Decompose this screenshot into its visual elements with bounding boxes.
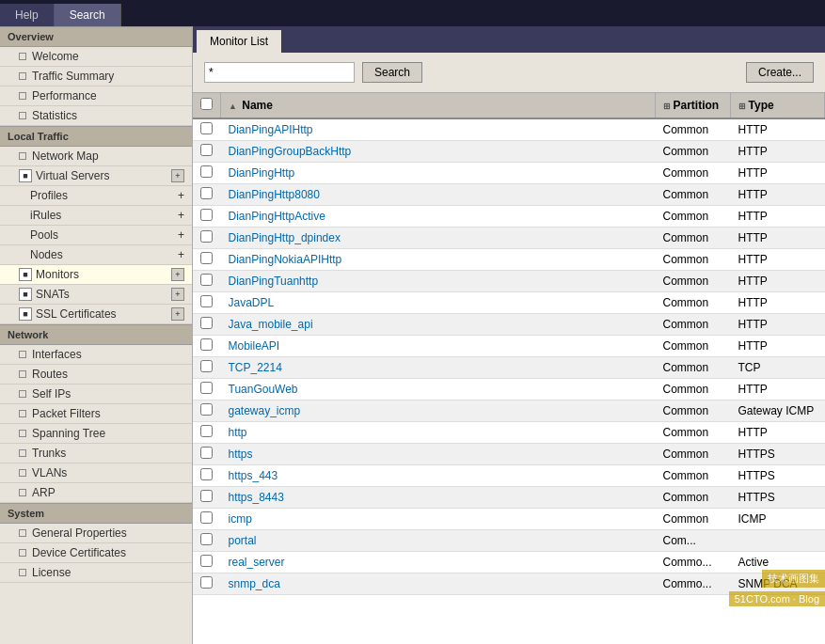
row-checkbox[interactable] (200, 447, 213, 459)
row-checkbox[interactable] (200, 490, 213, 502)
add-irules-button[interactable]: + (178, 209, 184, 222)
row-name-link[interactable]: TuanGouWeb (229, 383, 298, 396)
row-name-link[interactable]: https_8443 (229, 491, 284, 504)
row-checkbox[interactable] (200, 576, 213, 589)
row-checkbox[interactable] (200, 122, 213, 134)
expand-icon[interactable]: ■ (19, 268, 32, 281)
row-type-cell: HTTPS (731, 444, 825, 465)
expand-icon[interactable]: ■ (19, 288, 32, 301)
header-partition[interactable]: ⊞ Partition (656, 93, 731, 118)
sidebar-item-spanning-tree[interactable]: Spanning Tree (0, 424, 192, 444)
sidebar-item-virtual-servers[interactable]: ■ Virtual Servers + (0, 166, 192, 186)
row-name-link[interactable]: DianPingAPIHttp (229, 123, 313, 136)
row-checkbox[interactable] (200, 209, 213, 221)
sidebar-item-trunks[interactable]: Trunks (0, 444, 192, 463)
row-checkbox[interactable] (200, 144, 213, 156)
sidebar-item-general-properties[interactable]: General Properties (0, 524, 192, 543)
add-monitors-button[interactable]: + (171, 268, 184, 281)
sidebar-item-arp[interactable]: ARP (0, 483, 192, 503)
row-checkbox[interactable] (200, 382, 213, 394)
sidebar-item-pools[interactable]: Pools + (0, 226, 192, 245)
row-name-link[interactable]: DianPingNokiaAPIHttp (229, 253, 342, 266)
row-name-link[interactable]: DianPingHttp (229, 166, 295, 180)
sidebar-item-statistics[interactable]: Statistics (0, 106, 192, 126)
content-tab-bar: Monitor List (193, 26, 825, 53)
row-partition-cell: Common (656, 184, 731, 206)
tab-search[interactable]: Search (55, 4, 121, 26)
add-snats-button[interactable]: + (171, 288, 184, 301)
row-checkbox[interactable] (200, 360, 213, 372)
row-checkbox[interactable] (200, 252, 213, 264)
row-checkbox[interactable] (200, 338, 213, 351)
expand-icon[interactable]: ■ (19, 307, 32, 321)
sidebar-item-license[interactable]: License (0, 563, 192, 583)
sidebar-item-interfaces[interactable]: Interfaces (0, 345, 192, 365)
sidebar-item-welcome[interactable]: Welcome (0, 47, 192, 67)
expand-icon[interactable]: ■ (19, 169, 32, 182)
row-checkbox[interactable] (200, 274, 213, 286)
row-name-link[interactable]: real_server (229, 556, 285, 569)
dot-icon (19, 430, 26, 437)
row-name-link[interactable]: gateway_icmp (229, 404, 301, 417)
row-name-link[interactable]: JavaDPL (229, 296, 275, 309)
sidebar-item-snats[interactable]: ■ SNATs + (0, 285, 192, 305)
dot-icon (19, 152, 26, 160)
row-checkbox[interactable] (200, 468, 213, 480)
row-name-link[interactable]: DianPingHttp8080 (229, 188, 320, 201)
row-name-cell: gateway_icmp (221, 401, 656, 422)
row-checkbox[interactable] (200, 403, 213, 416)
row-name-link[interactable]: DianPingGroupBackHttp (229, 145, 352, 158)
row-checkbox[interactable] (200, 187, 213, 199)
row-checkbox[interactable] (200, 230, 213, 243)
row-name-link[interactable]: icmp (229, 512, 252, 526)
row-name-link[interactable]: portal (229, 534, 257, 547)
add-nodes-button[interactable]: + (178, 248, 184, 261)
create-button[interactable]: Create... (746, 62, 814, 83)
row-checkbox[interactable] (200, 317, 213, 329)
row-name-link[interactable]: DianPingHttpActive (229, 210, 325, 223)
row-name-link[interactable]: https (229, 448, 253, 461)
row-checkbox[interactable] (200, 555, 213, 567)
sidebar-item-routes[interactable]: Routes (0, 365, 192, 385)
row-name-link[interactable]: MobileAPI (229, 339, 280, 353)
select-all-checkbox[interactable] (200, 98, 213, 110)
search-button[interactable]: Search (362, 62, 422, 83)
search-input[interactable] (204, 62, 355, 83)
sidebar-item-performance[interactable]: Performance (0, 86, 192, 106)
row-checkbox[interactable] (200, 165, 213, 178)
row-checkbox[interactable] (200, 533, 213, 545)
row-name-link[interactable]: DianPingTuanhttp (229, 275, 319, 288)
sidebar-item-vlans[interactable]: VLANs (0, 463, 192, 483)
sidebar-item-ssl-certificates[interactable]: ■ SSL Certificates + (0, 305, 192, 324)
tab-help[interactable]: Help (0, 4, 55, 26)
tab-monitor-list[interactable]: Monitor List (197, 30, 282, 53)
row-name-link[interactable]: http (229, 426, 247, 439)
sidebar-item-traffic-summary[interactable]: Traffic Summary (0, 67, 192, 86)
sidebar-item-network-map[interactable]: Network Map (0, 147, 192, 166)
row-type-cell: HTTP (731, 314, 825, 336)
row-checkbox[interactable] (200, 425, 213, 437)
sidebar-item-irules[interactable]: iRules + (0, 206, 192, 226)
sidebar-item-device-certificates[interactable]: Device Certificates (0, 543, 192, 563)
sidebar-item-profiles[interactable]: Profiles + (0, 186, 192, 206)
sidebar-item-packet-filters[interactable]: Packet Filters (0, 404, 192, 424)
add-profiles-button[interactable]: + (178, 189, 184, 202)
sidebar-item-self-ips[interactable]: Self IPs (0, 385, 192, 404)
add-pools-button[interactable]: + (178, 228, 184, 242)
row-name-link[interactable]: snmp_dca (229, 577, 280, 590)
sidebar-item-monitors[interactable]: ■ Monitors + (0, 265, 192, 285)
row-checkbox[interactable] (200, 511, 213, 524)
row-name-link[interactable]: Java_mobile_api (229, 318, 313, 331)
row-name-cell: DianPingHttp (221, 163, 656, 184)
header-type[interactable]: ⊞ Type (731, 93, 825, 118)
header-name[interactable]: Name (221, 93, 656, 118)
row-checkbox-cell (193, 228, 221, 249)
row-checkbox[interactable] (200, 295, 213, 307)
sidebar-item-nodes[interactable]: Nodes + (0, 245, 192, 265)
header-checkbox[interactable] (193, 93, 221, 118)
row-name-link[interactable]: TCP_2214 (229, 361, 282, 374)
row-name-link[interactable]: DianPingHttp_dpindex (229, 231, 341, 244)
add-ssl-button[interactable]: + (171, 307, 184, 321)
add-virtual-servers-button[interactable]: + (171, 169, 184, 182)
row-name-link[interactable]: https_443 (229, 469, 278, 482)
